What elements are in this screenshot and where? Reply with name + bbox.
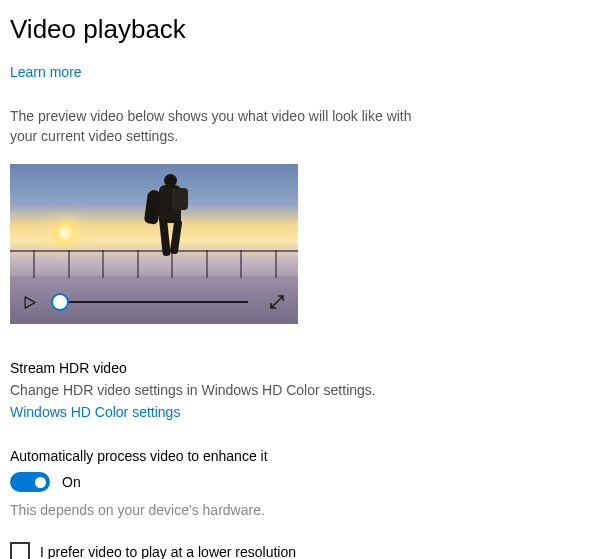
video-controls — [10, 280, 298, 324]
hdr-section-description: Change HDR video settings in Windows HD … — [10, 382, 590, 398]
fullscreen-icon — [268, 293, 286, 311]
video-scene-person — [148, 174, 192, 264]
autoprocess-hint: This depends on your device's hardware. — [10, 502, 590, 518]
page-title: Video playback — [10, 14, 590, 45]
autoprocess-title: Automatically process video to enhance i… — [10, 448, 590, 464]
learn-more-link[interactable]: Learn more — [10, 64, 82, 80]
hdr-section-title: Stream HDR video — [10, 360, 590, 376]
hdr-settings-link[interactable]: Windows HD Color settings — [10, 404, 590, 420]
video-preview — [10, 164, 298, 324]
autoprocess-state-label: On — [62, 474, 81, 490]
fullscreen-button[interactable] — [268, 293, 286, 311]
video-progress-slider[interactable] — [51, 290, 254, 314]
video-scene-sun — [52, 220, 78, 246]
autoprocess-toggle[interactable] — [10, 472, 50, 492]
progress-thumb[interactable] — [51, 293, 69, 311]
preview-description: The preview video below shows you what v… — [10, 107, 430, 146]
play-button[interactable] — [22, 295, 37, 310]
play-icon — [22, 295, 37, 310]
lowres-label: I prefer video to play at a lower resolu… — [40, 544, 296, 559]
lowres-checkbox[interactable] — [10, 542, 30, 559]
